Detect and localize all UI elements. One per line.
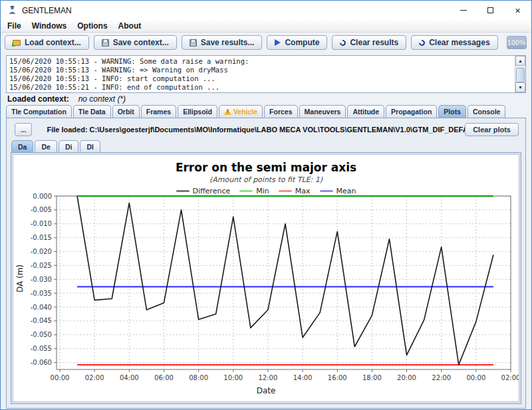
- x-tick-label: 06:00: [154, 374, 174, 381]
- y-tick-label: -0.010: [31, 220, 52, 227]
- log-text-area[interactable]: 15/06/2020 10:55:13 - WARNING: Some data…: [7, 56, 525, 92]
- difference-line: [77, 196, 493, 365]
- compute-label: Compute: [285, 38, 319, 47]
- tab-propagation[interactable]: Propagation: [386, 105, 437, 118]
- save-icon: [102, 39, 109, 47]
- app-icon: [7, 5, 17, 16]
- clear-messages-label: Clear messages: [429, 38, 489, 47]
- y-tick-label: -0.005: [31, 206, 52, 213]
- maximize-button[interactable]: [477, 1, 504, 20]
- x-tick-label: 18:00: [362, 374, 382, 381]
- tab-plots[interactable]: Plots: [438, 105, 466, 118]
- x-tick-label: 08:00: [189, 374, 208, 381]
- x-tick-label: 22:00: [432, 374, 451, 381]
- log-line: 15/06/2020 10:55:13 - INFO: start comput…: [9, 74, 523, 83]
- menu-about[interactable]: About: [113, 20, 147, 32]
- x-tick-label: 14:00: [293, 374, 313, 381]
- save-context-button[interactable]: Save context...: [94, 35, 177, 50]
- y-tick-label: -0.020: [31, 248, 52, 255]
- tab-console[interactable]: Console: [467, 105, 505, 118]
- loaded-context-row: Loaded context: no context (*): [1, 93, 531, 104]
- close-button[interactable]: ×: [504, 1, 531, 20]
- tab-tle-data[interactable]: Tle Data: [73, 105, 111, 118]
- tab-orbit[interactable]: Orbit: [112, 105, 140, 118]
- x-tick-label: 00:00: [466, 374, 485, 381]
- menu-bar: File Windows Options About: [1, 20, 531, 33]
- x-tick-label: 04:00: [120, 374, 139, 381]
- menu-windows[interactable]: Windows: [27, 20, 72, 32]
- y-tick-label: -0.045: [31, 317, 52, 324]
- compute-button[interactable]: Compute: [267, 35, 327, 50]
- log-panel: 15/06/2020 10:55:13 - WARNING: Some data…: [6, 55, 526, 93]
- clear-icon: [339, 39, 348, 47]
- save-icon: [190, 39, 197, 47]
- y-tick-label: -0.055: [31, 345, 52, 352]
- scroll-down-icon: ▼: [518, 85, 523, 90]
- menu-options[interactable]: Options: [72, 20, 112, 32]
- clear-messages-button[interactable]: Clear messages: [411, 35, 497, 50]
- subtab-dl[interactable]: Dl: [80, 140, 100, 152]
- save-context-label: Save context...: [113, 38, 169, 47]
- minimize-icon: [460, 10, 467, 11]
- x-tick-label: 02:00: [501, 374, 519, 381]
- title-bar: GENTLEMAN ×: [1, 1, 531, 20]
- scroll-track[interactable]: [515, 66, 525, 82]
- clear-plots-button[interactable]: Clear plots: [465, 123, 519, 136]
- save-results-button[interactable]: Save results...: [182, 35, 263, 50]
- scroll-thumb[interactable]: [516, 68, 525, 82]
- window-controls: ×: [450, 1, 531, 20]
- log-line: 15/06/2020 10:55:13 - WARNING: => Warnin…: [9, 66, 523, 74]
- tab-maneuvers[interactable]: Maneuvers: [299, 105, 346, 118]
- plot-border: [57, 196, 511, 369]
- subtab-da[interactable]: Da: [11, 140, 33, 152]
- y-axis-label: DA (m): [15, 264, 25, 292]
- x-tick-label: 20:00: [397, 374, 416, 381]
- scroll-up-icon: ▲: [518, 58, 523, 63]
- log-scrollbar[interactable]: ▲ ▼: [515, 56, 525, 92]
- tab-forces[interactable]: Forces: [264, 105, 297, 118]
- clear-results-label: Clear results: [350, 38, 398, 47]
- menu-file[interactable]: File: [2, 20, 27, 32]
- toolbar: Load context... Save context... Save res…: [1, 33, 531, 52]
- loaded-context-value: no context (*): [78, 94, 126, 104]
- scroll-up-button[interactable]: ▲: [515, 56, 525, 66]
- x-tick-label: 16:00: [328, 374, 347, 381]
- plots-tab-content: ... File loaded: C:\Users\goesterjf\Docu…: [6, 118, 526, 409]
- load-context-button[interactable]: Load context...: [5, 35, 89, 50]
- subtab-de[interactable]: De: [35, 140, 57, 152]
- file-row: ... File loaded: C:\Users\goesterjf\Docu…: [7, 118, 525, 137]
- y-tick-label: -0.060: [31, 359, 52, 366]
- clear-results-button[interactable]: Clear results: [332, 35, 406, 50]
- plot-svg: 0.000-0.005-0.010-0.015-0.020-0.025-0.03…: [13, 155, 519, 401]
- y-tick-label: -0.050: [31, 331, 52, 338]
- chart-panel: 0.000-0.005-0.010-0.015-0.020-0.025-0.03…: [13, 154, 519, 402]
- clear-icon: [418, 39, 426, 47]
- browse-button[interactable]: ...: [15, 123, 32, 136]
- close-icon: ×: [515, 5, 520, 16]
- tab-tle-computation[interactable]: Tle Computation: [6, 105, 72, 118]
- load-context-label: Load context...: [25, 38, 81, 47]
- y-tick-label: -0.030: [31, 276, 52, 283]
- window-title: GENTLEMAN: [22, 6, 72, 15]
- tab-vehicle-label: Vehicle: [233, 108, 257, 116]
- play-icon: [275, 39, 281, 46]
- warning-icon: !: [224, 108, 231, 115]
- y-tick-label: -0.015: [31, 234, 52, 241]
- tab-attitude[interactable]: Attitude: [347, 105, 384, 118]
- y-tick-label: 0.000: [33, 193, 52, 200]
- save-results-label: Save results...: [201, 38, 255, 47]
- progress-text: 100%: [507, 39, 526, 47]
- subtab-di[interactable]: Di: [59, 140, 79, 152]
- y-tick-label: -0.040: [31, 304, 52, 311]
- tab-ellipsoid[interactable]: Ellipsoïd: [178, 105, 217, 118]
- tab-vehicle[interactable]: ! Vehicle: [219, 105, 263, 118]
- chart-container: 0.000-0.005-0.010-0.015-0.020-0.025-0.03…: [11, 152, 521, 404]
- minimize-button[interactable]: [450, 1, 477, 20]
- x-tick-label: 02:00: [85, 374, 104, 381]
- load-icon: [13, 40, 21, 46]
- tab-frames[interactable]: Frames: [141, 105, 176, 118]
- x-tick-label: 00:00: [51, 374, 70, 381]
- plot-subtabs: Da De Di Dl: [7, 140, 525, 152]
- scroll-down-button[interactable]: ▼: [515, 82, 525, 92]
- file-loaded-label: File loaded: C:\Users\goesterjf\Document…: [47, 126, 465, 134]
